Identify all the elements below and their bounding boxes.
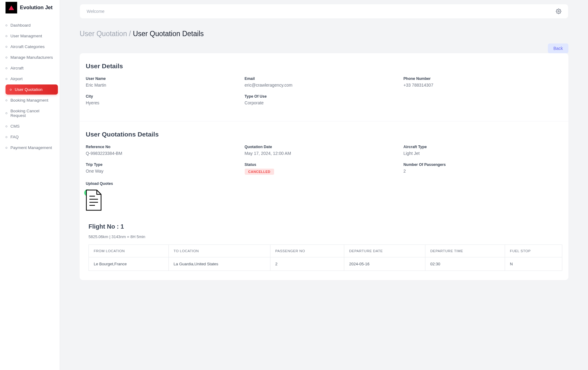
field-value: One Way (86, 169, 245, 174)
field-label: Upload Quotes (86, 181, 245, 186)
field-value: Q-9983223384-BM (86, 151, 245, 156)
col-departure-time: DEPARTURE TIME (425, 245, 505, 257)
cell-departure-date: 2024-05-16 (344, 257, 425, 271)
field-label: City (86, 94, 245, 99)
field-trip-type: Trip Type One Way (86, 163, 245, 175)
nav-item-airport[interactable]: Airport (0, 74, 60, 84)
field-label: Reference No (86, 145, 245, 149)
nav-item-dashboard[interactable]: Dashboard (0, 20, 60, 30)
nav-label: Booking Cancel Request (10, 109, 54, 118)
field-type-of-use: Type Of Use Corporate (245, 94, 404, 105)
table-header-row: FROM LOCATION TO LOCATION PASSENGER NO D… (89, 245, 562, 257)
details-card: User Details User Name Eric Martin Email… (80, 53, 568, 280)
nav-label: CMS (10, 124, 20, 129)
flight-title: Flight No : 1 (89, 223, 562, 230)
flight-table: FROM LOCATION TO LOCATION PASSENGER NO D… (89, 245, 562, 271)
svg-point-0 (558, 11, 560, 12)
field-phone-number: Phone Number +33 788314307 (403, 77, 562, 88)
field-value-status: CANCELLED (245, 169, 404, 175)
status-badge: CANCELLED (245, 169, 274, 175)
nav-item-faq[interactable]: FAQ (0, 132, 60, 142)
nav-label: Dashboard (10, 23, 31, 28)
field-label: User Name (86, 77, 245, 81)
field-value: Corporate (245, 100, 404, 105)
field-value: Light Jet (403, 151, 562, 156)
field-value: 2 (403, 169, 562, 174)
field-label: Type Of Use (245, 94, 404, 99)
welcome-text: Welcome (87, 9, 104, 14)
breadcrumb-parent[interactable]: User Quotation (80, 30, 127, 38)
logo-icon (6, 2, 17, 13)
sidebar: Evolution Jet Dashboard User Managment A… (0, 0, 60, 370)
nav-item-aircraft-categories[interactable]: Aircraft Categories (0, 42, 60, 52)
field-row: User Name Eric Martin Email eric@crawler… (86, 77, 562, 112)
main-content: Welcome User Quotation / User Quotation … (60, 0, 588, 370)
document-icon-wrapper[interactable] (86, 189, 102, 212)
nav-item-booking-management[interactable]: Booking Managment (0, 95, 60, 105)
field-label: Trip Type (86, 163, 245, 167)
user-details-section: User Details User Name Eric Martin Email… (80, 53, 568, 121)
bullet-icon (6, 112, 7, 114)
breadcrumb-separator: / (127, 30, 133, 38)
field-value: Eric Martin (86, 83, 245, 88)
field-upload-quotes: Upload Quotes (86, 181, 245, 212)
nav-item-manage-manufacturers[interactable]: Manage Manufacturers (0, 52, 60, 62)
bullet-icon (6, 99, 7, 101)
nav-item-booking-cancel-request[interactable]: Booking Cancel Request (0, 106, 60, 121)
bullet-icon (6, 57, 7, 58)
field-value: +33 788314307 (403, 83, 562, 88)
field-city: City Hyeres (86, 94, 245, 105)
cell-to-location: La Guardia,United States (168, 257, 270, 271)
bullet-icon (6, 147, 7, 149)
bullet-icon (6, 125, 7, 127)
logo-section: Evolution Jet (0, 2, 60, 20)
field-label: Email (245, 77, 404, 81)
nav-item-aircraft[interactable]: Aircraft (0, 63, 60, 73)
bullet-icon (6, 35, 7, 37)
table-row: Le Bourget,France La Guardia,United Stat… (89, 257, 562, 271)
back-button[interactable]: Back (548, 43, 568, 53)
field-number-of-passengers: Number Of Passengers 2 (403, 163, 562, 175)
bullet-icon (6, 67, 7, 69)
nav-label: FAQ (10, 135, 19, 139)
bullet-icon (6, 136, 7, 138)
breadcrumb: User Quotation / User Quotation Details (80, 30, 568, 38)
breadcrumb-current: User Quotation Details (133, 30, 204, 38)
cell-departure-time: 02:30 (425, 257, 505, 271)
nav-label: Payment Management (10, 145, 52, 150)
nav-item-user-management[interactable]: User Managment (0, 31, 60, 41)
nav-label: Aircraft (10, 66, 24, 70)
bullet-icon (10, 89, 12, 91)
nav-item-payment-management[interactable]: Payment Management (0, 143, 60, 153)
bullet-icon (6, 24, 7, 26)
flight-subtitle: 5825.06km | 3143nm = 8H 5min (89, 234, 562, 239)
col-to-location: TO LOCATION (168, 245, 270, 257)
nav-label: Manage Manufacturers (10, 55, 53, 60)
cell-passenger-no: 2 (270, 257, 344, 271)
nav-item-user-quotation[interactable]: User Quotation (6, 84, 58, 95)
field-row: Reference No Q-9983223384-BM Quotation D… (86, 145, 562, 219)
nav-item-cms[interactable]: CMS (0, 121, 60, 131)
nav-label: User Managment (10, 34, 42, 38)
field-reference-no: Reference No Q-9983223384-BM (86, 145, 245, 156)
field-aircraft-type: Aircraft Type Light Jet (403, 145, 562, 156)
cell-fuel-stop: N (505, 257, 562, 271)
field-label: Aircraft Type (403, 145, 562, 149)
field-label: Phone Number (403, 77, 562, 81)
field-label: Quotation Date (245, 145, 404, 149)
bullet-icon (6, 46, 7, 48)
bullet-icon (6, 78, 7, 80)
field-user-name: User Name Eric Martin (86, 77, 245, 88)
field-quotation-date: Quotation Date May 17, 2024, 12:00 AM (245, 145, 404, 156)
nav-label: Aircraft Categories (10, 44, 45, 49)
nav-label: Airport (10, 77, 23, 81)
field-value: eric@crawleragency.com (245, 83, 404, 88)
document-icon (86, 189, 102, 211)
field-value: Hyeres (86, 100, 245, 105)
field-label: Status (245, 163, 404, 167)
cell-from-location: Le Bourget,France (89, 257, 169, 271)
nav-label: User Quotation (15, 87, 43, 92)
field-value: May 17, 2024, 12:00 AM (245, 151, 404, 156)
gear-icon[interactable] (556, 9, 561, 14)
col-passenger-no: PASSENGER NO (270, 245, 344, 257)
